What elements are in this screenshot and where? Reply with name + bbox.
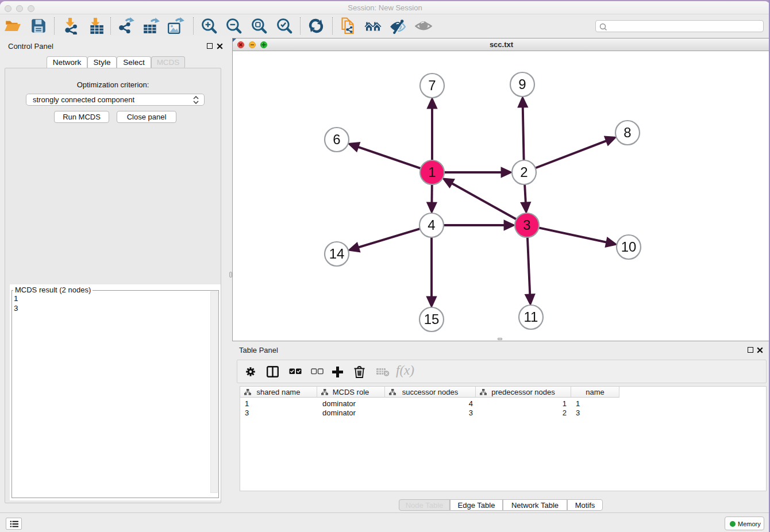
svg-text:9: 9	[518, 76, 526, 92]
svg-text:10: 10	[621, 239, 637, 255]
svg-text:3: 3	[523, 217, 530, 233]
svg-text:1: 1	[428, 164, 436, 180]
svg-text:14: 14	[329, 246, 345, 261]
svg-text:7: 7	[428, 78, 436, 93]
svg-text:4: 4	[428, 217, 435, 233]
svg-text:8: 8	[623, 125, 631, 140]
svg-text:6: 6	[333, 132, 340, 147]
svg-text:15: 15	[424, 311, 440, 327]
svg-text:11: 11	[524, 309, 538, 325]
svg-text:2: 2	[520, 164, 528, 180]
